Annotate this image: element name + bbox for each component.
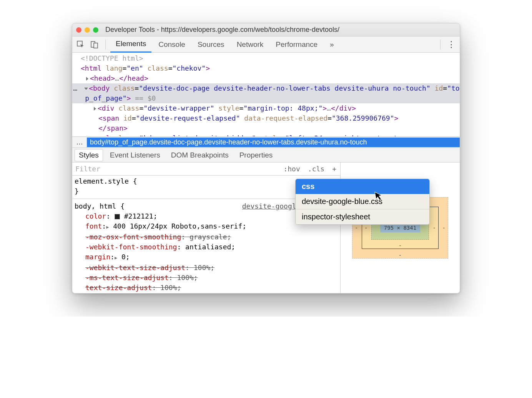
kebab-menu-icon[interactable]: ⋮ bbox=[445, 38, 457, 51]
svg-rect-2 bbox=[94, 43, 98, 48]
breadcrumb-overflow[interactable]: … bbox=[72, 138, 87, 146]
devtools-window: Developer Tools - https://developers.goo… bbox=[72, 23, 460, 294]
tab-performance[interactable]: Performance bbox=[270, 36, 323, 53]
dom-breadcrumb: … body#top_of_page.devsite-doc-page.devs… bbox=[72, 136, 460, 148]
titlebar[interactable]: Developer Tools - https://developers.goo… bbox=[72, 23, 460, 36]
dom-div-wrapper[interactable]: <div class="devsite-wrapper" style="marg… bbox=[72, 103, 460, 113]
dom-ul-partial[interactable]: <ul class="kd-menulist devsite-hidden" s… bbox=[72, 133, 460, 136]
tab-sources[interactable]: Sources bbox=[192, 36, 230, 53]
color-swatch[interactable] bbox=[115, 214, 120, 219]
minimize-window-button[interactable] bbox=[85, 27, 90, 33]
css-decl[interactable]: text-size-adjust: 100%; bbox=[75, 283, 338, 293]
css-decl[interactable]: -webkit-font-smoothing: antialiased; bbox=[75, 242, 338, 252]
dom-html-open[interactable]: <html lang="en" class="chekov"> bbox=[72, 63, 460, 73]
gutter-dots[interactable]: … bbox=[72, 83, 78, 103]
css-decl[interactable]: margin:▶ 0; bbox=[75, 252, 338, 263]
dropdown-item[interactable]: devsite-google-blue.css bbox=[296, 194, 429, 209]
subtab-event-listeners[interactable]: Event Listeners bbox=[106, 149, 164, 161]
dom-body-selected[interactable]: … <body class="devsite-doc-page devsite-… bbox=[72, 83, 460, 103]
dom-head[interactable]: <head>…</head> bbox=[72, 73, 460, 83]
css-rule-selector[interactable]: body, html { bbox=[75, 201, 125, 211]
dom-doctype[interactable]: <!DOCTYPE html> bbox=[72, 53, 460, 63]
maximize-window-button[interactable] bbox=[93, 27, 98, 33]
close-window-button[interactable] bbox=[76, 27, 81, 33]
css-decl[interactable]: -webkit-text-size-adjust: 100%; bbox=[75, 263, 338, 273]
cls-toggle[interactable]: .cls bbox=[304, 165, 328, 173]
styles-filter-row: Filter :hov .cls + bbox=[72, 163, 340, 176]
inspect-element-icon[interactable] bbox=[75, 38, 87, 51]
tab-console[interactable]: Console bbox=[153, 36, 191, 53]
dropdown-item[interactable]: css bbox=[296, 179, 429, 194]
subtab-styles[interactable]: Styles bbox=[75, 149, 103, 161]
dom-tree-panel[interactable]: <!DOCTYPE html> <html lang="en" class="c… bbox=[72, 53, 460, 136]
breadcrumb-selected[interactable]: body#top_of_page.devsite-doc-page.devsit… bbox=[87, 138, 460, 147]
stylesheet-dropdown: css devsite-google-blue.css inspector-st… bbox=[295, 179, 430, 225]
main-tabbar: Elements Console Sources Network Perform… bbox=[72, 36, 460, 53]
tab-network[interactable]: Network bbox=[231, 36, 269, 53]
subtab-properties[interactable]: Properties bbox=[236, 149, 277, 161]
cursor-icon bbox=[374, 190, 384, 201]
tabs-overflow[interactable]: » bbox=[324, 36, 339, 53]
window-title: Developer Tools - https://developers.goo… bbox=[103, 26, 456, 34]
new-style-rule-button[interactable]: + bbox=[328, 165, 340, 173]
tab-elements[interactable]: Elements bbox=[110, 36, 151, 53]
styles-sub-tabbar: Styles Event Listeners DOM Breakpoints P… bbox=[72, 148, 460, 163]
dropdown-item[interactable]: inspector-stylesheet bbox=[296, 209, 429, 224]
traffic-lights bbox=[76, 27, 98, 33]
subtab-dom-breakpoints[interactable]: DOM Breakpoints bbox=[167, 149, 233, 161]
styles-filter-input[interactable]: Filter bbox=[72, 165, 279, 173]
css-decl[interactable]: -moz-osx-font-smoothing: grayscale; bbox=[75, 232, 338, 242]
dom-span-open[interactable]: <span id="devsite-request-elapsed" data-… bbox=[72, 113, 460, 123]
separator bbox=[105, 40, 106, 50]
dom-span-close[interactable]: </span> bbox=[72, 123, 460, 133]
device-toggle-icon[interactable] bbox=[88, 38, 101, 51]
css-decl[interactable]: -ms-text-size-adjust: 100%; bbox=[75, 273, 338, 283]
hov-toggle[interactable]: :hov bbox=[279, 165, 304, 173]
separator bbox=[440, 40, 441, 50]
